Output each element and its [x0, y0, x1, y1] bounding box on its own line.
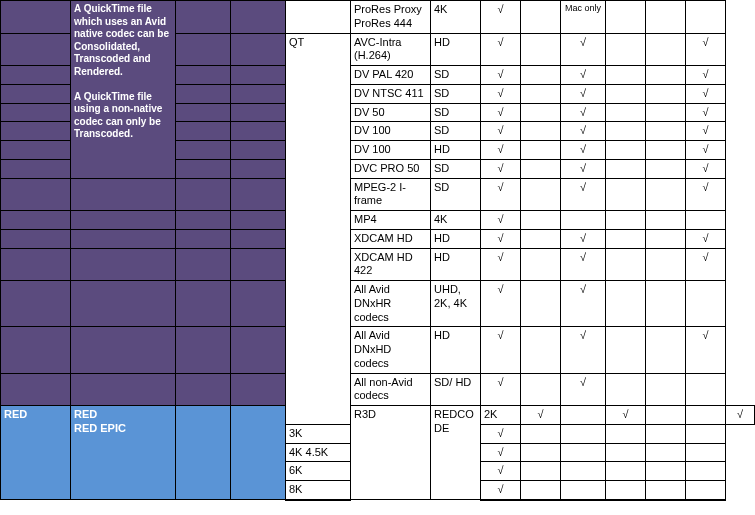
- cell-empty: [176, 178, 231, 211]
- cell-empty: [231, 327, 286, 373]
- cell-check: √: [561, 248, 606, 281]
- cell-check: √: [686, 122, 726, 141]
- cell-empty: [176, 1, 231, 34]
- cell-check: √: [686, 66, 726, 85]
- cell-wrapper: R3D: [351, 406, 431, 500]
- cell-empty: [606, 481, 646, 500]
- cell-empty: [231, 33, 286, 66]
- codec-support-table: A QuickTime file which uses an Avid nati…: [0, 0, 755, 501]
- cell-check: √: [606, 406, 646, 425]
- cell-empty: [686, 1, 726, 34]
- cell-empty: [606, 103, 646, 122]
- cell-empty: [231, 373, 286, 406]
- cell-empty: [561, 443, 606, 462]
- cell-empty: [176, 84, 231, 103]
- cell-check: √: [686, 84, 726, 103]
- cell-codec: MPEG-2 I-frame: [351, 178, 431, 211]
- cell-empty: [686, 462, 726, 481]
- cell-check: √: [481, 327, 521, 373]
- cell-check: √: [561, 281, 606, 327]
- cell-empty: [71, 281, 176, 327]
- cell-codec: AVC-Intra (H.264): [351, 33, 431, 66]
- cell-vendor: [1, 211, 71, 230]
- cell-empty: [176, 211, 231, 230]
- cell-empty: [646, 373, 686, 406]
- cell-empty: [521, 373, 561, 406]
- cell-empty: [71, 178, 176, 211]
- cell-empty: [606, 141, 646, 160]
- cell-empty: [606, 281, 646, 327]
- cell-check: √: [686, 178, 726, 211]
- cell-empty: [646, 281, 686, 327]
- cell-res: HD: [431, 33, 481, 66]
- cell-res: 2K: [481, 406, 521, 425]
- cell-empty: [606, 373, 646, 406]
- cell-empty: [231, 159, 286, 178]
- cell-check: √: [481, 248, 521, 281]
- cell-check: √: [481, 33, 521, 66]
- cell-empty: [521, 327, 561, 373]
- cell-empty: [231, 248, 286, 281]
- cell-check: √: [561, 33, 606, 66]
- cell-vendor: [1, 159, 71, 178]
- cell-check: √: [561, 178, 606, 211]
- cell-empty: [71, 211, 176, 230]
- cell-res: HD: [431, 229, 481, 248]
- cell-empty: [561, 481, 606, 500]
- cell-empty: [686, 281, 726, 327]
- cell-empty: [521, 443, 561, 462]
- cell-codec: All Avid DNxHR codecs: [351, 281, 431, 327]
- cell-vendor: [1, 66, 71, 85]
- table-row: All Avid DNxHD codecs HD √ √ √: [1, 327, 755, 373]
- cell-check: √: [726, 406, 755, 425]
- cell-empty: [176, 122, 231, 141]
- cell-res: 4K: [431, 1, 481, 34]
- cell-codec: DV NTSC 411: [351, 84, 431, 103]
- cell-check: √: [561, 373, 606, 406]
- cell-empty: [521, 462, 561, 481]
- cell-empty: [686, 211, 726, 230]
- cell-vendor: RED: [1, 406, 71, 500]
- cell-empty: [606, 443, 646, 462]
- cell-empty: [521, 211, 561, 230]
- cell-res: SD: [431, 159, 481, 178]
- cell-empty: [176, 248, 231, 281]
- cell-empty: [231, 1, 286, 34]
- cell-check: √: [561, 141, 606, 160]
- cell-vendor: [1, 373, 71, 406]
- cell-res: 8K: [286, 481, 351, 500]
- cell-empty: [521, 481, 561, 500]
- cell-empty: [176, 281, 231, 327]
- cell-res: 4K 4.5K: [286, 443, 351, 462]
- cell-empty: [231, 84, 286, 103]
- cell-empty: [646, 406, 686, 425]
- cell-check: √: [686, 141, 726, 160]
- cell-empty: [521, 424, 561, 443]
- cell-empty: [646, 424, 686, 443]
- cell-res: HD: [431, 248, 481, 281]
- cell-empty: [646, 122, 686, 141]
- cell-empty: [606, 159, 646, 178]
- cell-res: SD: [431, 122, 481, 141]
- cell-empty: [521, 103, 561, 122]
- cell-empty: [686, 373, 726, 406]
- cell-empty: [646, 211, 686, 230]
- cell-empty: [561, 211, 606, 230]
- cell-check: √: [481, 159, 521, 178]
- cell-empty: [231, 178, 286, 211]
- cell-empty: [521, 141, 561, 160]
- cell-empty: [606, 66, 646, 85]
- cell-codec: XDCAM HD: [351, 229, 431, 248]
- cell-res: UHD, 2K, 4K: [431, 281, 481, 327]
- cell-empty: [231, 229, 286, 248]
- cell-empty: [521, 159, 561, 178]
- cell-res: SD: [431, 178, 481, 211]
- cell-empty: [686, 481, 726, 500]
- cell-codec: REDCODE: [431, 406, 481, 500]
- cell-empty: [606, 229, 646, 248]
- cell-empty: [176, 66, 231, 85]
- cell-vendor: [1, 281, 71, 327]
- cell-empty: [71, 229, 176, 248]
- cell-empty: [606, 424, 646, 443]
- cell-empty: [231, 281, 286, 327]
